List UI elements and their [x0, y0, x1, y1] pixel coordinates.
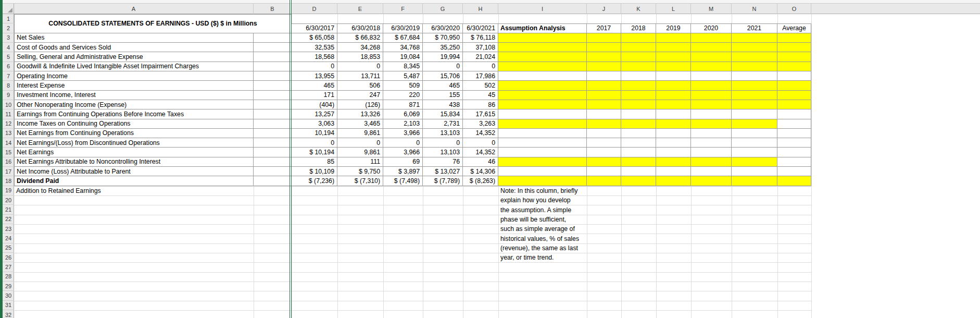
- value-cell[interactable]: 155: [423, 91, 463, 100]
- row-header-13[interactable]: 13: [3, 129, 14, 138]
- assumption-cell[interactable]: [691, 119, 732, 129]
- assumption-cell[interactable]: [777, 43, 811, 52]
- assumption-cell[interactable]: [621, 52, 656, 62]
- assumption-cell[interactable]: [656, 129, 691, 138]
- assumption-cell[interactable]: [587, 109, 621, 119]
- assumption-cell[interactable]: [777, 109, 811, 119]
- assumption-cell[interactable]: [498, 176, 587, 186]
- assumption-cell[interactable]: [732, 138, 777, 148]
- note-line[interactable]: year, or time trend.: [498, 253, 618, 262]
- assumption-cell[interactable]: [732, 52, 777, 62]
- assumption-cell[interactable]: [656, 109, 691, 119]
- value-cell[interactable]: 17,615: [463, 109, 498, 119]
- assumption-cell[interactable]: [621, 109, 656, 119]
- value-cell[interactable]: 3,063: [292, 119, 337, 129]
- assumption-cell[interactable]: [777, 52, 811, 62]
- value-cell[interactable]: 0: [463, 62, 498, 71]
- assumption-cell[interactable]: [656, 71, 691, 81]
- column-header-G[interactable]: G: [423, 4, 463, 14]
- value-cell[interactable]: 14,352: [463, 129, 498, 138]
- row-label-cell[interactable]: Net Income (Loss) Attributable to Parent: [15, 167, 254, 176]
- assumption-cell[interactable]: [621, 129, 656, 138]
- note-line[interactable]: Note: In this column, briefly: [498, 186, 618, 195]
- row-label-cell[interactable]: Net Sales: [15, 33, 254, 43]
- assumption-cell[interactable]: [691, 167, 732, 176]
- column-header-H[interactable]: H: [463, 4, 498, 14]
- value-cell[interactable]: 18,568: [292, 52, 337, 62]
- period-header-cell[interactable]: 6/30/2017: [292, 23, 337, 33]
- year-header-cell[interactable]: 2018: [621, 23, 656, 33]
- assumption-cell[interactable]: [777, 157, 811, 167]
- note-line[interactable]: such as simple average of: [498, 224, 618, 234]
- value-cell[interactable]: 0: [337, 62, 383, 71]
- row-header-16[interactable]: 16: [3, 157, 14, 167]
- assumption-cell[interactable]: [656, 157, 691, 167]
- value-cell[interactable]: 3,465: [337, 119, 383, 129]
- column-header-O[interactable]: O: [777, 4, 811, 14]
- assumption-cell[interactable]: [656, 167, 691, 176]
- value-cell[interactable]: 17,986: [463, 71, 498, 81]
- column-header-K[interactable]: K: [621, 4, 656, 14]
- assumption-cell[interactable]: [732, 71, 777, 81]
- value-cell[interactable]: (404): [292, 100, 337, 109]
- assumption-cell[interactable]: [498, 81, 587, 90]
- value-cell[interactable]: 438: [423, 100, 463, 109]
- note-line[interactable]: historical values, % of sales: [498, 234, 618, 243]
- assumption-cell[interactable]: [691, 157, 732, 167]
- row-label-cell[interactable]: Net Earnings: [15, 148, 254, 157]
- assumption-cell[interactable]: [732, 109, 777, 119]
- value-cell[interactable]: 0: [463, 138, 498, 148]
- row-label-cell[interactable]: Income Taxes on Continuing Operations: [15, 119, 254, 129]
- row-header-7[interactable]: 7: [3, 71, 14, 81]
- row-header-19[interactable]: 19: [3, 186, 14, 195]
- value-cell[interactable]: 19,084: [383, 52, 423, 62]
- empty-cell[interactable]: [254, 167, 292, 176]
- assumption-cell[interactable]: [691, 52, 732, 62]
- assumption-cell[interactable]: [621, 138, 656, 148]
- value-cell[interactable]: 13,955: [292, 71, 337, 81]
- value-cell[interactable]: $ 9,750: [337, 167, 383, 176]
- value-cell[interactable]: 3,263: [463, 119, 498, 129]
- value-cell[interactable]: 0: [292, 138, 337, 148]
- assumption-cell[interactable]: [587, 129, 621, 138]
- assumption-cell[interactable]: [587, 176, 621, 186]
- assumption-cell[interactable]: [621, 62, 656, 71]
- assumption-cell[interactable]: [732, 157, 777, 167]
- value-cell[interactable]: 15,834: [423, 109, 463, 119]
- assumption-cell[interactable]: [498, 33, 587, 43]
- assumption-cell[interactable]: [691, 100, 732, 109]
- assumption-cell[interactable]: [777, 138, 811, 148]
- value-cell[interactable]: $ (7,498): [383, 176, 423, 186]
- year-header-cell[interactable]: 2021: [732, 23, 777, 33]
- empty-cell[interactable]: [254, 100, 292, 109]
- row-header-2[interactable]: 2: [3, 23, 14, 33]
- empty-cell[interactable]: [254, 138, 292, 148]
- value-cell[interactable]: 13,103: [423, 129, 463, 138]
- assumption-cell[interactable]: [691, 81, 732, 90]
- assumption-cell[interactable]: [732, 33, 777, 43]
- assumption-cell[interactable]: [691, 138, 732, 148]
- value-cell[interactable]: 37,108: [463, 43, 498, 52]
- assumption-cell[interactable]: [656, 119, 691, 129]
- column-header-A[interactable]: A: [14, 4, 254, 14]
- assumption-cell[interactable]: [621, 167, 656, 176]
- row-header-31[interactable]: 31: [3, 301, 14, 310]
- row-header-6[interactable]: 6: [3, 62, 14, 71]
- assumption-cell[interactable]: [498, 91, 587, 100]
- assumption-cell[interactable]: [498, 157, 587, 167]
- assumption-cell[interactable]: [498, 71, 587, 81]
- value-cell[interactable]: 34,768: [383, 43, 423, 52]
- value-cell[interactable]: 871: [383, 100, 423, 109]
- assumption-cell[interactable]: [498, 129, 587, 138]
- assumption-cell[interactable]: [691, 176, 732, 186]
- row-header-32[interactable]: 32: [3, 310, 14, 318]
- year-header-cell[interactable]: 2019: [656, 23, 691, 33]
- row-header-26[interactable]: 26: [3, 253, 14, 262]
- row-header-30[interactable]: 30: [3, 291, 14, 300]
- row-label-cell[interactable]: Goodwill & Indefinite Lived Intangible A…: [15, 62, 254, 71]
- value-cell[interactable]: 35,250: [423, 43, 463, 52]
- note-line[interactable]: explain how you develop: [498, 195, 618, 205]
- value-cell[interactable]: $ 66,832: [337, 33, 383, 43]
- empty-cell[interactable]: [254, 119, 292, 129]
- assumption-cell[interactable]: [587, 81, 621, 90]
